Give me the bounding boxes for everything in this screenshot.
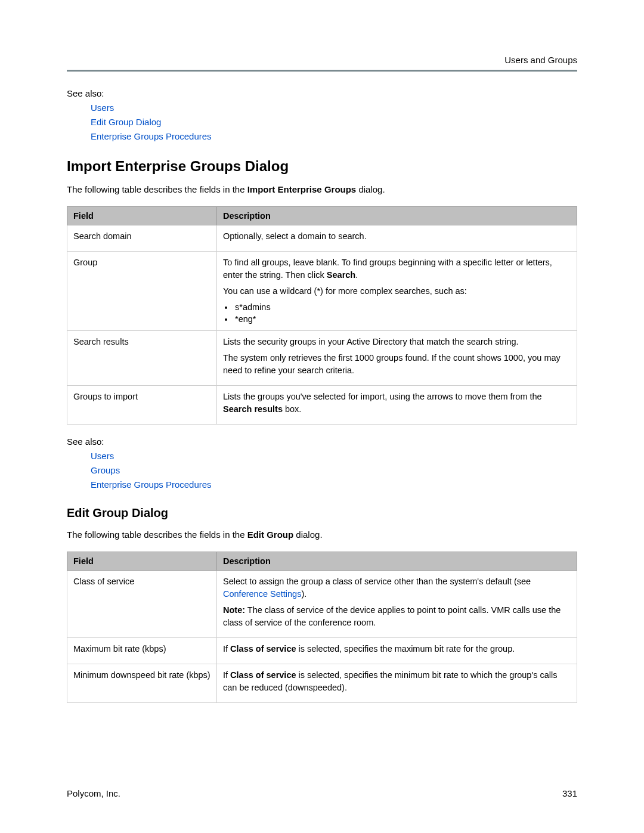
field-description: Lists the groups you've selected for imp… (217, 385, 577, 424)
list-item: s*admins (234, 301, 571, 313)
link-edit-group-dialog[interactable]: Edit Group Dialog (91, 115, 577, 129)
link-conference-settings[interactable]: Conference Settings (223, 589, 301, 599)
heading-import-enterprise-groups-dialog: Import Enterprise Groups Dialog (67, 158, 577, 175)
link-groups[interactable]: Groups (91, 463, 577, 478)
table-row: Group To find all groups, leave blank. T… (67, 252, 577, 331)
field-name: Search results (67, 330, 217, 385)
table-import-enterprise-groups: Field Description Search domain Optional… (67, 206, 577, 425)
footer-page-number: 331 (562, 788, 577, 798)
see-also-label-2: See also: (67, 436, 577, 447)
field-name: Minimum downspeed bit rate (kbps) (67, 664, 217, 702)
link-users[interactable]: Users (91, 449, 577, 463)
table-row: Search domain Optionally, select a domai… (67, 225, 577, 252)
field-description: Optionally, select a domain to search. (217, 225, 577, 252)
col-field: Field (67, 552, 217, 570)
table-row: Search results Lists the security groups… (67, 330, 577, 385)
field-name: Groups to import (67, 385, 217, 424)
field-name: Search domain (67, 225, 217, 252)
table-row: Class of service Select to assign the gr… (67, 570, 577, 637)
see-also-links-2: Users Groups Enterprise Groups Procedure… (91, 449, 577, 492)
breadcrumb: Users and Groups (504, 55, 577, 65)
field-description: Lists the security groups in your Active… (217, 330, 577, 385)
field-description: To find all groups, leave blank. To find… (217, 252, 577, 331)
link-enterprise-groups-procedures[interactable]: Enterprise Groups Procedures (91, 478, 577, 492)
col-description: Description (217, 207, 577, 225)
field-name: Maximum bit rate (kbps) (67, 637, 217, 664)
link-users[interactable]: Users (91, 101, 577, 115)
header-rule (67, 70, 577, 72)
table-row: Minimum downspeed bit rate (kbps) If Cla… (67, 664, 577, 702)
see-also-label-1: See also: (67, 88, 577, 98)
see-also-links-1: Users Edit Group Dialog Enterprise Group… (91, 101, 577, 144)
intro-2: The following table describes the fields… (67, 528, 577, 541)
field-name: Class of service (67, 570, 217, 637)
link-enterprise-groups-procedures[interactable]: Enterprise Groups Procedures (91, 129, 577, 144)
field-description: If Class of service is selected, specifi… (217, 637, 577, 664)
col-description: Description (217, 552, 577, 570)
table-row: Groups to import Lists the groups you've… (67, 385, 577, 424)
field-description: If Class of service is selected, specifi… (217, 664, 577, 702)
col-field: Field (67, 207, 217, 225)
field-description: Select to assign the group a class of se… (217, 570, 577, 637)
intro-1: The following table describes the fields… (67, 183, 577, 196)
field-name: Group (67, 252, 217, 331)
table-edit-group: Field Description Class of service Selec… (67, 552, 577, 703)
list-item: *eng* (234, 313, 571, 325)
table-row: Maximum bit rate (kbps) If Class of serv… (67, 637, 577, 664)
heading-edit-group-dialog: Edit Group Dialog (67, 506, 577, 520)
footer-company: Polycom, Inc. (67, 788, 120, 798)
